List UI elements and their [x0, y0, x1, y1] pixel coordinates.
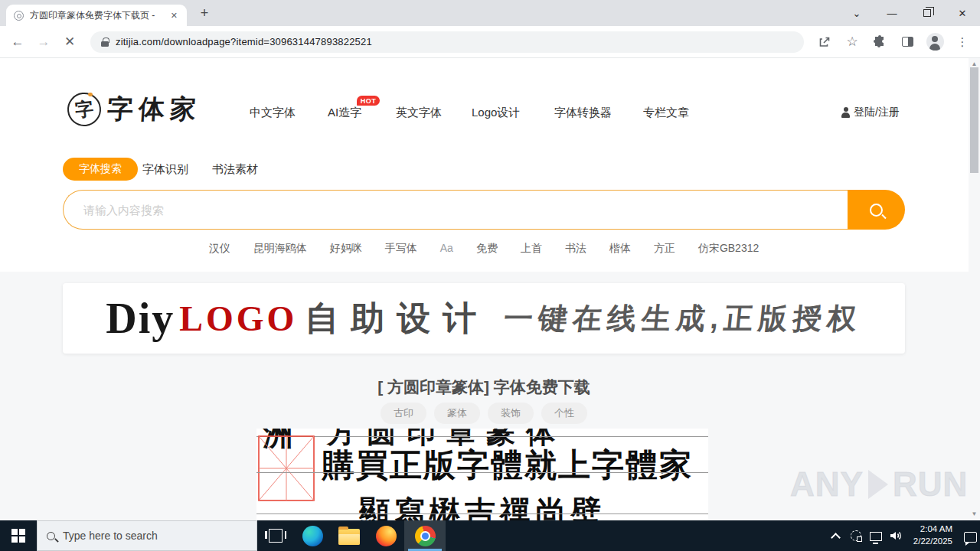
clock-date: 2/22/2025	[913, 536, 952, 548]
bookmark-button[interactable]: ☆	[841, 31, 864, 54]
taskbar-edge-button[interactable]	[294, 520, 331, 551]
tab-close-icon[interactable]: ✕	[169, 9, 179, 22]
taskbar-search-placeholder: Type here to search	[63, 530, 158, 542]
font-preview-image: 洲 方圆印章篆体 購買正版字體就上字體家 顯寫楙吉禪尚壁	[256, 429, 708, 520]
scrollbar-thumb[interactable]	[970, 67, 978, 173]
diy-logo-banner[interactable]: Diy LOGO 自助设计 一键在线生成,正版授权	[63, 283, 905, 354]
quick-link[interactable]: 手写体	[385, 242, 417, 256]
minimize-button[interactable]: —	[874, 0, 910, 26]
scroll-down-icon[interactable]: ▼	[972, 508, 978, 519]
logo-seal-icon: 字	[66, 91, 103, 128]
page-scrollbar[interactable]: ▲ ▼	[969, 58, 980, 520]
extensions-button[interactable]	[868, 31, 891, 54]
tab-font-recognition[interactable]: 字体识别	[142, 158, 188, 181]
speaker-icon	[889, 530, 903, 542]
nav-item-logo-design[interactable]: Logo设计	[472, 106, 520, 120]
tray-network-button[interactable]	[866, 530, 886, 541]
network-icon	[870, 532, 882, 541]
nav-item-font-converter[interactable]: 字体转换器	[554, 106, 612, 120]
browser-window: 方圆印章篆体免费字体下载页 - ✕ + ⌄ — ✕ ← → ✕ zitijia.…	[0, 0, 980, 551]
tray-volume-button[interactable]	[886, 530, 906, 542]
forward-button[interactable]: →	[32, 31, 55, 54]
start-button[interactable]	[0, 520, 37, 551]
logo-text: 字体家	[106, 92, 202, 127]
quick-link[interactable]: 昆明海鸥体	[253, 242, 307, 256]
quick-link[interactable]: 楷体	[609, 242, 631, 256]
restore-icon	[923, 9, 931, 17]
web-page: 字 字体家 中文字体 AI造字 HOT 英文字体 Logo设计 字体转换器 专栏…	[0, 58, 980, 520]
share-button[interactable]	[813, 31, 836, 54]
url-text[interactable]: zitijia.com/downloadpage?itemid=30963144…	[116, 36, 372, 47]
side-panel-button[interactable]	[896, 31, 919, 54]
search-input[interactable]	[63, 190, 848, 230]
task-view-icon	[269, 529, 283, 543]
window-controls: ⌄ — ✕	[839, 0, 980, 26]
task-view-button[interactable]	[257, 520, 294, 551]
tab-search-button[interactable]: ⌄	[839, 0, 874, 26]
close-window-button[interactable]: ✕	[945, 0, 980, 26]
taskbar-firefox-button[interactable]	[368, 520, 404, 551]
firefox-icon	[376, 526, 397, 546]
quick-link[interactable]: 好妈咪	[330, 242, 362, 256]
tab-calligraphy-material[interactable]: 书法素材	[212, 158, 258, 181]
action-center-button[interactable]	[960, 530, 980, 543]
taskbar-search-icon	[47, 532, 55, 540]
page-title: [ 方圆印章篆体] 字体免费下载	[0, 377, 968, 398]
nav-item-ai-fonts[interactable]: AI造字 HOT	[328, 106, 361, 120]
tag-pill[interactable]: 篆体	[434, 403, 480, 424]
action-center-icon	[964, 532, 977, 543]
login-register-link[interactable]: 登陆/注册	[841, 106, 900, 119]
preview-rule	[256, 514, 708, 514]
status-circle-icon	[851, 530, 861, 541]
tray-status-button[interactable]	[846, 530, 866, 541]
search-bar	[63, 190, 905, 230]
browser-toolbar: ← → ✕ zitijia.com/downloadpage?itemid=30…	[0, 26, 980, 58]
taskbar-clock[interactable]: 2:04 AM 2/22/2025	[906, 523, 960, 547]
tag-pill[interactable]: 装饰	[488, 403, 534, 424]
quick-link[interactable]: 上首	[521, 242, 542, 256]
site-favicon-icon	[14, 11, 24, 21]
profile-button[interactable]	[923, 31, 946, 54]
chrome-icon	[415, 526, 436, 546]
nav-item-chinese-fonts[interactable]: 中文字体	[250, 106, 296, 120]
tray-show-hidden-button[interactable]	[826, 531, 846, 541]
stop-button[interactable]: ✕	[58, 31, 81, 54]
quick-link[interactable]: Aa	[440, 242, 453, 256]
preview-rule	[256, 436, 708, 437]
quick-link[interactable]: 汉仪	[209, 242, 230, 256]
user-icon	[841, 107, 851, 118]
tag-list: 古印 篆体 装饰 个性	[0, 403, 968, 424]
search-icon	[870, 204, 883, 217]
search-button[interactable]	[848, 190, 905, 230]
tag-pill[interactable]: 古印	[381, 403, 426, 424]
browser-tab[interactable]: 方圆印章篆体免费字体下载页 - ✕	[6, 5, 187, 26]
tag-pill[interactable]: 个性	[541, 403, 587, 424]
quick-link[interactable]: 仿宋GB2312	[698, 242, 759, 256]
site-logo[interactable]: 字 字体家	[67, 92, 201, 127]
quick-link[interactable]: 方正	[654, 242, 675, 256]
banner-zh-text: 自助设计	[305, 296, 488, 341]
edge-icon	[302, 526, 323, 546]
hot-badge: HOT	[357, 96, 381, 106]
windows-logo-icon	[11, 529, 25, 543]
quick-link[interactable]: 书法	[565, 242, 586, 256]
new-tab-button[interactable]: +	[194, 3, 214, 23]
quick-links: 汉仪 昆明海鸥体 好妈咪 手写体 Aa 免费 上首 书法 楷体 方正 仿宋GB2…	[0, 242, 968, 256]
tab-font-search[interactable]: 字体搜索	[63, 158, 138, 181]
taskbar-explorer-button[interactable]	[331, 520, 368, 551]
address-bar[interactable]: zitijia.com/downloadpage?itemid=30963144…	[90, 31, 804, 53]
nav-item-articles[interactable]: 专栏文章	[643, 106, 689, 120]
browser-menu-button[interactable]: ⋮	[951, 31, 974, 54]
preview-line2: 購買正版字體就上字體家	[256, 444, 708, 487]
puzzle-icon	[873, 35, 887, 49]
taskbar-search[interactable]: Type here to search	[37, 520, 257, 551]
nav-item-ai-fonts-label: AI造字	[328, 106, 361, 119]
tab-strip: 方圆印章篆体免费字体下载页 - ✕ + ⌄ — ✕	[0, 0, 980, 26]
clock-time: 2:04 AM	[920, 523, 952, 536]
quick-link[interactable]: 免费	[476, 242, 498, 256]
restore-button[interactable]	[910, 0, 945, 26]
taskbar-chrome-button[interactable]	[404, 520, 446, 551]
padlock-icon[interactable]	[101, 41, 109, 47]
back-button[interactable]: ←	[6, 31, 29, 54]
nav-item-english-fonts[interactable]: 英文字体	[396, 106, 442, 120]
